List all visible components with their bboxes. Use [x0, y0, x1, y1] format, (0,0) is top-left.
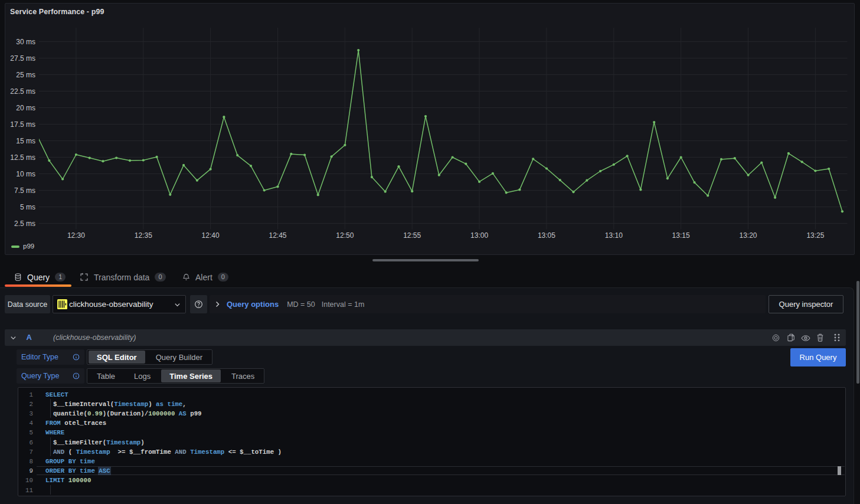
- svg-text:20 ms: 20 ms: [16, 104, 35, 112]
- svg-text:27.5 ms: 27.5 ms: [10, 54, 35, 63]
- svg-text:13:10: 13:10: [605, 231, 623, 240]
- svg-text:12:55: 12:55: [403, 231, 421, 240]
- svg-text:30 ms: 30 ms: [16, 38, 35, 46]
- svg-text:22.5 ms: 22.5 ms: [10, 87, 35, 96]
- svg-text:25 ms: 25 ms: [16, 71, 35, 79]
- svg-text:13:05: 13:05: [538, 231, 555, 240]
- svg-text:13:25: 13:25: [806, 231, 824, 240]
- svg-text:10 ms: 10 ms: [16, 170, 35, 178]
- svg-text:13:00: 13:00: [470, 231, 488, 240]
- svg-text:13:15: 13:15: [672, 231, 690, 240]
- svg-text:17.5 ms: 17.5 ms: [10, 120, 35, 129]
- svg-text:2.5 ms: 2.5 ms: [14, 220, 35, 228]
- svg-text:12:50: 12:50: [336, 231, 354, 240]
- svg-text:12:30: 12:30: [67, 231, 85, 240]
- svg-text:12:45: 12:45: [269, 231, 286, 240]
- svg-text:13:20: 13:20: [739, 231, 757, 240]
- svg-text:12:35: 12:35: [135, 231, 152, 240]
- svg-text:5 ms: 5 ms: [20, 203, 35, 211]
- svg-text:12.5 ms: 12.5 ms: [10, 153, 35, 162]
- svg-text:15 ms: 15 ms: [16, 137, 35, 145]
- svg-text:7.5 ms: 7.5 ms: [14, 186, 35, 195]
- svg-text:12:40: 12:40: [202, 231, 220, 240]
